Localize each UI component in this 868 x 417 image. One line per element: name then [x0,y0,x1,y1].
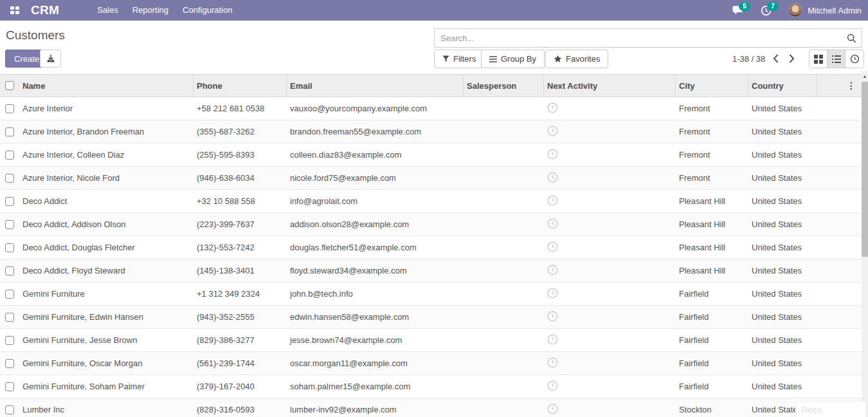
row-checkbox[interactable] [5,405,14,414]
activity-clock-icon[interactable] [547,125,558,136]
cell-email: john.b@tech.info [287,289,464,299]
filters-button[interactable]: Filters [434,50,484,68]
search-submit-button[interactable] [841,29,862,47]
activity-clock-icon[interactable] [547,288,558,299]
column-header-salesperson[interactable]: Salesperson [464,75,544,97]
search-icon [847,33,856,43]
cell-phone: (561)-239-1744 [194,358,287,368]
activity-clock-icon[interactable] [547,264,558,275]
activity-clock-icon[interactable] [547,311,558,322]
scroll-up-button[interactable]: ▲ [862,71,868,80]
table-row[interactable]: Azure Interior, Brandon Freeman (355)-68… [0,120,862,144]
activity-clock-icon[interactable] [547,357,558,368]
table-row[interactable]: Gemini Furniture, Soham Palmer (379)-167… [0,375,862,398]
row-checkbox[interactable] [5,127,14,136]
activity-clock-icon[interactable] [547,241,558,252]
row-checkbox[interactable] [5,174,14,183]
vertical-scrollbar[interactable]: ▲ ▼ [862,71,868,417]
row-checkbox[interactable] [5,336,14,345]
table-row[interactable]: Gemini Furniture, Oscar Morgan (561)-239… [0,352,862,375]
cell-next-activity [544,241,676,254]
user-menu[interactable]: Mitchell Admin [788,3,862,17]
cell-email: colleen.diaz83@example.com [287,150,464,160]
pager-next-button[interactable] [784,51,799,66]
scrollbar-thumb[interactable] [862,82,868,257]
row-checkbox[interactable] [5,382,14,391]
cell-next-activity [544,403,676,416]
activity-clock-icon[interactable] [547,195,558,206]
row-checkbox[interactable] [5,266,14,275]
table-row[interactable]: Deco Addict, Douglas Fletcher (132)-553-… [0,236,862,259]
app-brand[interactable]: CRM [31,3,59,17]
table-row[interactable]: Deco Addict, Floyd Steward (145)-138-340… [0,259,862,283]
activity-view-icon [850,54,860,64]
table-row[interactable]: Azure Interior +58 212 681 0538 vauxoo@y… [0,97,862,120]
row-checkbox[interactable] [5,151,14,160]
column-header-phone[interactable]: Phone [194,75,287,97]
column-header-name[interactable]: Name [19,75,194,97]
messages-button[interactable]: 5 [732,5,744,15]
cell-city: Fremont [676,127,748,136]
row-checkbox[interactable] [5,243,14,252]
row-checkbox[interactable] [5,290,14,299]
cell-city: Fairfield [676,335,748,345]
activities-button[interactable]: 7 [761,5,772,16]
table-row[interactable]: Azure Interior, Colleen Diaz (255)-595-8… [0,144,862,167]
list-view-button[interactable] [827,50,845,68]
row-checkbox[interactable] [5,197,14,206]
pager-previous-button[interactable] [768,51,782,66]
cell-next-activity [544,149,676,162]
table-row[interactable]: Lumber Inc (828)-316-0593 lumber-inv92@e… [0,398,862,417]
cell-next-activity [544,264,676,277]
list-view-icon [832,55,841,63]
activity-view-button[interactable] [845,50,863,68]
cell-country: United States [748,173,817,183]
cell-email: edwin.hansen58@example.com [287,312,464,322]
activity-clock-icon[interactable] [547,172,558,183]
page-title: Customers [6,28,65,42]
activity-clock-icon[interactable] [547,403,558,414]
table-row[interactable]: Gemini Furniture +1 312 349 2324 john.b@… [0,283,862,306]
search-input[interactable] [435,33,841,43]
optional-columns-icon[interactable]: ⋮ [847,81,856,90]
table-row[interactable]: Deco Addict +32 10 588 558 info@agrolait… [0,190,862,213]
row-checkbox[interactable] [5,104,14,113]
table-row[interactable]: Deco Addict, Addison Olson (223)-399-763… [0,213,862,236]
row-checkbox[interactable] [5,313,14,322]
export-button[interactable] [40,50,61,68]
chevron-right-icon [789,54,795,63]
table-row[interactable]: Gemini Furniture, Jesse Brown (829)-386-… [0,329,862,352]
activity-clock-icon[interactable] [547,218,558,229]
column-header-email[interactable]: Email [287,75,464,97]
activity-clock-icon[interactable] [547,380,558,391]
favorites-button[interactable]: Favorites [545,50,608,68]
apps-menu-button[interactable] [6,0,23,21]
row-checkbox[interactable] [5,220,14,229]
cell-next-activity [544,218,676,231]
menu-configuration[interactable]: Configuration [177,0,238,21]
activity-clock-icon[interactable] [547,102,558,113]
menu-sales[interactable]: Sales [91,0,124,21]
cell-phone: +1 312 349 2324 [194,289,287,299]
kanban-view-button[interactable] [809,50,827,68]
cell-city: Fairfield [676,382,748,391]
table-row[interactable]: Gemini Furniture, Edwin Hansen (943)-352… [0,306,862,329]
user-avatar [788,3,802,17]
table-row[interactable]: Azure Interior, Nicole Ford (946)-638-60… [0,167,862,190]
column-header-next-activity[interactable]: Next Activity [544,75,676,97]
cell-name: Gemini Furniture, Oscar Morgan [19,358,194,368]
cell-name: Gemini Furniture, Jesse Brown [19,335,194,345]
cell-next-activity [544,288,676,301]
cell-city: Pleasant Hill [676,219,748,229]
column-header-country[interactable]: Country [748,75,817,97]
column-header-city[interactable]: City [676,75,748,97]
group-by-button[interactable]: Group By [481,50,545,68]
select-all-checkbox[interactable] [5,81,14,90]
activity-clock-icon[interactable] [547,334,558,345]
menu-reporting[interactable]: Reporting [127,0,174,21]
favorites-label: Favorites [566,54,600,64]
activity-clock-icon[interactable] [547,149,558,160]
cell-city: Fairfield [676,358,748,368]
cell-email: info@agrolait.com [287,196,464,206]
row-checkbox[interactable] [5,359,14,368]
